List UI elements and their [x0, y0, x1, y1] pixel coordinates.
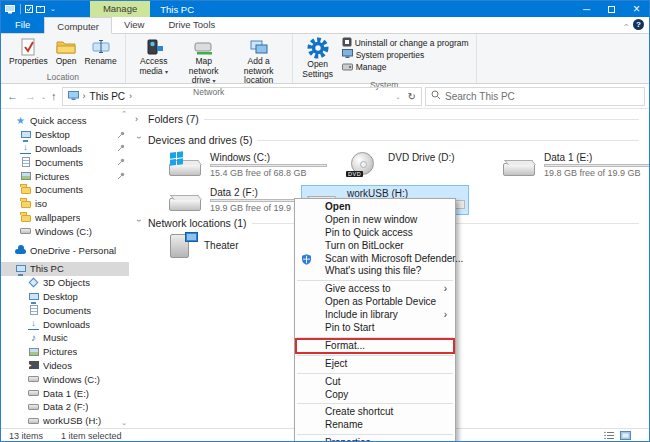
close-button[interactable]: ×	[624, 1, 649, 17]
sidebar-item-pictures[interactable]: Pictures	[1, 169, 129, 183]
drive-tile-dvd[interactable]: DVD DVD Drive (D:)	[343, 150, 508, 180]
system-properties-button[interactable]: System properties	[339, 49, 472, 61]
qat-properties-icon[interactable]	[25, 5, 33, 13]
sidebar-item-workusb[interactable]: workUSB (H:)	[1, 414, 129, 428]
chevron-expanded-icon[interactable]: ›	[134, 219, 144, 227]
menu-item-pin-start[interactable]: Pin to Start	[295, 322, 455, 335]
group-header-folders[interactable]: › Folders (7)	[135, 113, 639, 125]
sidebar-item-data1[interactable]: Data 1 (E:)	[1, 386, 129, 400]
folder-icon	[21, 201, 31, 208]
media-device-icon	[168, 232, 198, 260]
menu-item-eject[interactable]: Eject	[295, 358, 455, 371]
recent-locations-icon[interactable]: ⌄	[41, 93, 46, 100]
back-button[interactable]: ←	[5, 90, 20, 102]
sidebar-item-wallpapers[interactable]: wallpapers	[1, 211, 129, 225]
menu-item-give-access[interactable]: Give access to›	[295, 283, 455, 296]
chevron-collapsed-icon[interactable]: ›	[135, 114, 143, 124]
menu-item-rename[interactable]: Rename	[295, 419, 455, 432]
menu-item-whats-using[interactable]: What's using this file?	[295, 265, 455, 278]
sidebar-item-quick-access[interactable]: ★ Quick access	[1, 114, 129, 128]
group-rule	[204, 119, 639, 120]
menu-separator	[297, 355, 453, 356]
drive-tile-data1[interactable]: Data 1 (E:) 19.8 GB free of 19.9 GB	[499, 150, 650, 180]
tab-computer[interactable]: Computer	[44, 17, 112, 34]
sidebar-item-pc-windows-c[interactable]: Windows (C:)	[1, 372, 129, 386]
scroll-up-icon[interactable]: ⌃	[121, 110, 127, 118]
music-icon: ♪	[28, 332, 39, 343]
menu-item-pin-quick-access[interactable]: Pin to Quick access	[295, 227, 455, 240]
usage-bar	[544, 164, 650, 167]
tab-drive-tools[interactable]: Drive Tools	[156, 16, 227, 33]
windows-drive-icon	[168, 152, 204, 178]
menu-item-open-new-window[interactable]: Open in new window	[295, 214, 455, 227]
menu-item-format[interactable]: Format...	[295, 340, 455, 353]
rename-icon	[92, 37, 110, 56]
group-header-devices[interactable]: › Devices and drives (5)	[135, 134, 639, 146]
menu-item-open[interactable]: Open	[295, 201, 455, 214]
up-button[interactable]: ↑	[49, 90, 59, 102]
qat-customize-icon[interactable]: ⌄	[50, 5, 56, 13]
sidebar-item-downloads[interactable]: ↓ Downloads	[1, 142, 129, 156]
qat-new-folder-icon[interactable]	[36, 5, 45, 13]
menu-item-include-library[interactable]: Include in library›	[295, 309, 455, 322]
add-network-location-button[interactable]: Add a network location	[230, 36, 288, 87]
open-button[interactable]: Open	[52, 36, 81, 68]
sidebar-item-data2[interactable]: Data 2 (F:)	[1, 400, 129, 414]
help-icon[interactable]: ?	[633, 19, 644, 30]
menu-item-cut[interactable]: Cut	[295, 376, 455, 389]
manage-contextual-tab[interactable]: Manage	[90, 1, 150, 17]
refresh-icon[interactable]: ↻	[408, 91, 416, 102]
drive-tile-windows-c[interactable]: Windows (C:) 15.4 GB free of 68.8 GB	[165, 150, 330, 180]
thumbnail-view-icon[interactable]	[620, 431, 631, 442]
chevron-expanded-icon[interactable]: ›	[134, 136, 144, 144]
details-view-icon[interactable]	[604, 431, 615, 442]
sidebar-item-videos[interactable]: Videos	[1, 359, 129, 373]
sidebar-item-this-pc[interactable]: This PC	[1, 262, 129, 276]
sidebar-item-documents-folder[interactable]: Documents	[1, 183, 129, 197]
sidebar-item-pc-downloads[interactable]: ↓ Downloads	[1, 317, 129, 331]
tab-file[interactable]: File	[1, 16, 44, 33]
sidebar-item-pc-desktop[interactable]: Desktop	[1, 290, 129, 304]
breadcrumb-this-pc[interactable]: This PC	[90, 91, 126, 102]
uninstall-program-button[interactable]: Uninstall or change a program	[339, 37, 472, 49]
search-input[interactable]: Search This PC	[425, 87, 645, 106]
map-network-drive-button[interactable]: Map network drive ▾	[178, 36, 230, 87]
open-settings-button[interactable]: Open Settings	[297, 36, 339, 80]
breadcrumb[interactable]: › This PC › ⌄ ↻	[62, 87, 422, 106]
sidebar-item-windows-c[interactable]: Windows (C:)	[1, 224, 129, 238]
menu-item-portable-device[interactable]: Open as Portable Device	[295, 296, 455, 309]
explorer-window: ⌄ Manage This PC ─ × File Computer View …	[0, 0, 650, 442]
folder-icon	[21, 187, 31, 194]
sidebar-item-pc-documents[interactable]: Documents	[1, 303, 129, 317]
scroll-down-icon[interactable]: ⌄	[121, 419, 127, 427]
sidebar-item-iso[interactable]: iso	[1, 197, 129, 211]
document-icon	[22, 157, 30, 167]
menu-item-bitlocker[interactable]: Turn on BitLocker	[295, 240, 455, 253]
maximize-button[interactable]	[599, 1, 624, 17]
system-properties-icon	[342, 49, 353, 61]
sidebar-item-3d-objects[interactable]: 3D Objects	[1, 276, 129, 290]
group-label-location: Location	[5, 72, 121, 83]
sidebar-item-desktop[interactable]: Desktop	[1, 128, 129, 142]
format-highlight-box	[295, 338, 455, 354]
forward-button[interactable]: →	[23, 90, 38, 102]
tab-view[interactable]: View	[112, 16, 156, 33]
address-dropdown-icon[interactable]: ⌄	[396, 93, 401, 100]
collapse-ribbon-icon[interactable]: ›	[621, 23, 631, 26]
sidebar-item-music[interactable]: ♪ Music	[1, 331, 129, 345]
menu-item-properties[interactable]: Properties	[295, 437, 455, 442]
sidebar-item-pc-pictures[interactable]: Pictures	[1, 345, 129, 359]
rename-button[interactable]: Rename	[81, 36, 121, 68]
menu-item-copy[interactable]: Copy	[295, 389, 455, 402]
item-count: 13 items	[9, 431, 43, 441]
menu-item-defender-scan[interactable]: Scan with Microsoft Defender...	[295, 253, 455, 266]
properties-button[interactable]: Properties	[5, 36, 52, 68]
minimize-button[interactable]: ─	[574, 1, 599, 17]
search-icon	[431, 90, 441, 102]
sidebar-item-documents[interactable]: Documents	[1, 155, 129, 169]
access-media-button[interactable]: Access media ▾	[130, 36, 178, 77]
menu-item-create-shortcut[interactable]: Create shortcut	[295, 406, 455, 419]
manage-button[interactable]: Manage	[339, 61, 472, 73]
desktop-icon	[29, 293, 39, 300]
sidebar-item-onedrive[interactable]: OneDrive - Personal	[1, 243, 129, 257]
